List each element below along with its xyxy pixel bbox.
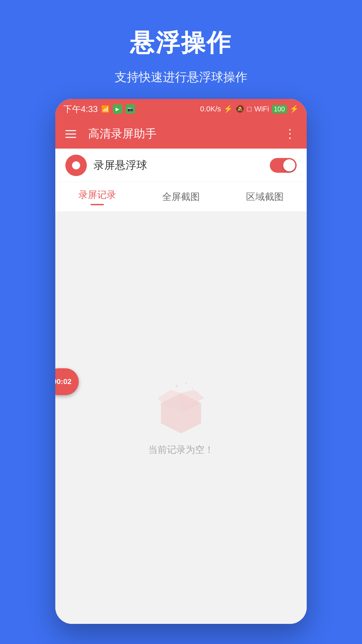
charge-icon: ⚡ bbox=[290, 105, 299, 113]
battery-indicator: 100 bbox=[272, 105, 287, 113]
tab-screen-record[interactable]: 录屏记录 bbox=[55, 182, 139, 211]
page-title: 悬浮操作 bbox=[115, 27, 247, 59]
menu-button[interactable] bbox=[65, 126, 80, 141]
svg-text:✦: ✦ bbox=[184, 381, 188, 386]
toggle-row: 录屏悬浮球 bbox=[55, 149, 307, 182]
status-bar: 下午4:33 📶 ▶ 📷 0.0K/s ⚡ 🔕 □ WiFi 100 ⚡ bbox=[55, 99, 307, 119]
page-header: 悬浮操作 支持快速进行悬浮球操作 bbox=[115, 0, 247, 99]
content-area: 00:02 ✦ ✦ ✦ 当前记录为空！ bbox=[55, 212, 307, 624]
tab-region-capture[interactable]: 区域截图 bbox=[223, 182, 307, 211]
bluetooth-icon: ⚡ bbox=[224, 105, 233, 113]
page-subtitle: 支持快速进行悬浮球操作 bbox=[115, 69, 247, 86]
toggle-knob bbox=[283, 159, 295, 171]
tabs-bar: 录屏记录 全屏截图 区域截图 bbox=[55, 182, 307, 212]
floating-ball[interactable]: 00:02 bbox=[55, 368, 79, 395]
battery-percent: 100 bbox=[272, 105, 287, 113]
network-speed: 0.0K/s bbox=[200, 105, 221, 113]
more-button[interactable]: ⋮ bbox=[284, 127, 297, 141]
app-icon-2: 📷 bbox=[126, 104, 135, 114]
svg-text:✦: ✦ bbox=[174, 383, 179, 389]
svg-text:✦: ✦ bbox=[191, 387, 194, 390]
record-icon bbox=[65, 155, 87, 176]
record-icon-inner bbox=[72, 161, 80, 169]
wifi-icon: WiFi bbox=[254, 105, 269, 113]
app-title: 高清录屏助手 bbox=[88, 126, 284, 142]
floating-ball-timer: 00:02 bbox=[55, 377, 71, 386]
signal-icon: 📶 bbox=[101, 105, 110, 113]
empty-text: 当前记录为空！ bbox=[148, 443, 214, 456]
tab-active-indicator bbox=[90, 204, 104, 205]
sim-icon: □ bbox=[247, 105, 251, 113]
floating-ball-toggle[interactable] bbox=[270, 158, 297, 173]
status-right: 0.0K/s ⚡ 🔕 □ WiFi 100 ⚡ bbox=[200, 105, 299, 113]
empty-state: ✦ ✦ ✦ 当前记录为空！ bbox=[148, 380, 214, 456]
app-icon-1: ▶ bbox=[113, 104, 122, 114]
mute-icon: 🔕 bbox=[235, 105, 244, 113]
status-time: 下午4:33 bbox=[63, 103, 98, 115]
empty-box-icon: ✦ ✦ ✦ bbox=[151, 380, 211, 433]
toggle-label: 录屏悬浮球 bbox=[94, 158, 263, 173]
phone-frame: 下午4:33 📶 ▶ 📷 0.0K/s ⚡ 🔕 □ WiFi 100 ⚡ bbox=[55, 99, 307, 624]
app-toolbar: 高清录屏助手 ⋮ bbox=[55, 119, 307, 149]
tab-fullscreen-capture[interactable]: 全屏截图 bbox=[139, 182, 223, 211]
status-left: 下午4:33 📶 ▶ 📷 bbox=[63, 103, 135, 115]
svg-marker-4 bbox=[181, 390, 204, 403]
